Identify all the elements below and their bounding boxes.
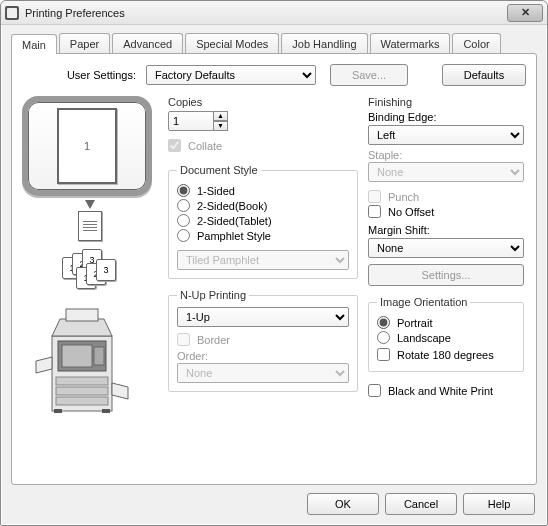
right-column: Finishing Binding Edge: Left Staple: Non…	[368, 96, 524, 433]
label-2-sided-tablet: 2-Sided(Tablet)	[197, 215, 272, 227]
content: Main Paper Advanced Special Modes Job Ha…	[1, 25, 547, 525]
radio-portrait[interactable]	[377, 316, 390, 329]
label-landscape: Landscape	[397, 332, 451, 344]
tab-job-handling[interactable]: Job Handling	[281, 33, 367, 53]
collate-illustration: 1 2 3 1 2 3	[62, 249, 116, 285]
document-style-legend: Document Style	[177, 164, 261, 176]
settings-button[interactable]: Settings...	[368, 264, 524, 286]
nup-select[interactable]: 1-Up	[177, 307, 349, 327]
user-settings-label: User Settings:	[22, 69, 140, 81]
tab-watermarks[interactable]: Watermarks	[370, 33, 451, 53]
staple-select: None	[368, 162, 524, 182]
preview-box: 1	[22, 96, 152, 196]
order-label: Order:	[177, 350, 349, 362]
margin-shift-label: Margin Shift:	[368, 224, 524, 236]
svg-rect-6	[94, 347, 104, 365]
defaults-button[interactable]: Defaults	[442, 64, 526, 86]
radio-2-sided-book[interactable]	[177, 199, 190, 212]
tab-main[interactable]: Main	[11, 34, 57, 54]
label-portrait: Portrait	[397, 317, 432, 329]
svg-marker-9	[36, 357, 52, 373]
cancel-button[interactable]: Cancel	[385, 493, 457, 515]
columns: 1 1 2 3 1 2 3	[22, 96, 526, 433]
main-panel: User Settings: Factory Defaults Save... …	[11, 53, 537, 485]
help-button[interactable]: Help	[463, 493, 535, 515]
svg-rect-2	[56, 387, 108, 395]
pamphlet-select: Tiled Pamphlet	[177, 250, 349, 270]
footer-buttons: OK Cancel Help	[307, 493, 535, 515]
label-2-sided-book: 2-Sided(Book)	[197, 200, 267, 212]
no-offset-checkbox[interactable]	[368, 205, 381, 218]
save-button[interactable]: Save...	[330, 64, 408, 86]
preview-page-number: 1	[84, 140, 90, 152]
close-button[interactable]: ✕	[507, 4, 543, 22]
copies-spinner[interactable]: ▲▼	[168, 111, 228, 131]
nup-group: N-Up Printing 1-Up Border Order: None	[168, 289, 358, 392]
rotate-label: Rotate 180 degrees	[397, 349, 494, 361]
titlebar: Printing Preferences ✕	[1, 1, 547, 25]
preview-column: 1 1 2 3 1 2 3	[22, 96, 158, 433]
punch-checkbox	[368, 190, 381, 203]
tab-special-modes[interactable]: Special Modes	[185, 33, 279, 53]
svg-rect-12	[102, 409, 110, 413]
radio-landscape[interactable]	[377, 331, 390, 344]
spin-down-icon[interactable]: ▼	[213, 121, 228, 131]
binding-edge-select[interactable]: Left	[368, 125, 524, 145]
svg-rect-5	[62, 345, 92, 367]
no-offset-label: No Offset	[388, 206, 434, 218]
bw-row: Black and White Print	[368, 384, 524, 397]
arrow-down-icon	[85, 200, 95, 209]
copies-label: Copies	[168, 96, 358, 108]
collate-row: Collate	[168, 139, 358, 152]
collate-checkbox	[168, 139, 181, 152]
label-1-sided: 1-Sided	[197, 185, 235, 197]
border-checkbox	[177, 333, 190, 346]
collate-label: Collate	[188, 140, 222, 152]
middle-column: Copies ▲▼ Collate Document Style 1-Sided	[168, 96, 358, 433]
svg-rect-11	[54, 409, 62, 413]
image-orientation-legend: Image Orientation	[377, 296, 470, 308]
svg-rect-1	[56, 377, 108, 385]
printer-icon	[5, 6, 19, 20]
user-settings-select[interactable]: Factory Defaults	[146, 65, 316, 85]
window-title: Printing Preferences	[25, 7, 507, 19]
preview-page: 1	[57, 108, 117, 184]
copies-input[interactable]	[168, 111, 214, 131]
svg-rect-8	[66, 309, 98, 321]
tab-strip: Main Paper Advanced Special Modes Job Ha…	[11, 33, 537, 53]
ok-button[interactable]: OK	[307, 493, 379, 515]
margin-shift-select[interactable]: None	[368, 238, 524, 258]
radio-2-sided-tablet[interactable]	[177, 214, 190, 227]
tab-paper[interactable]: Paper	[59, 33, 110, 53]
printer-illustration	[22, 291, 142, 431]
finishing-group: Finishing Binding Edge: Left Staple: Non…	[368, 96, 524, 286]
binding-edge-label: Binding Edge:	[368, 111, 524, 123]
radio-pamphlet[interactable]	[177, 229, 190, 242]
svg-rect-3	[56, 397, 108, 405]
order-select: None	[177, 363, 349, 383]
bw-checkbox[interactable]	[368, 384, 381, 397]
bw-label: Black and White Print	[388, 385, 493, 397]
close-icon: ✕	[521, 6, 530, 19]
spin-buttons[interactable]: ▲▼	[213, 111, 228, 131]
nup-legend: N-Up Printing	[177, 289, 249, 301]
finishing-label: Finishing	[368, 96, 524, 108]
document-style-group: Document Style 1-Sided 2-Sided(Book) 2-S…	[168, 164, 358, 279]
rotate-checkbox[interactable]	[377, 348, 390, 361]
radio-1-sided[interactable]	[177, 184, 190, 197]
label-pamphlet: Pamphlet Style	[197, 230, 271, 242]
spin-up-icon[interactable]: ▲	[213, 111, 228, 121]
punch-label: Punch	[388, 191, 419, 203]
image-orientation-group: Image Orientation Portrait Landscape Rot…	[368, 296, 524, 372]
tab-advanced[interactable]: Advanced	[112, 33, 183, 53]
tab-color[interactable]: Color	[452, 33, 500, 53]
staple-label: Staple:	[368, 149, 524, 161]
output-page-icon	[78, 211, 102, 241]
svg-marker-10	[112, 383, 128, 399]
copies-group: Copies ▲▼ Collate	[168, 96, 358, 154]
window: Printing Preferences ✕ Main Paper Advanc…	[0, 0, 548, 526]
border-label: Border	[197, 334, 230, 346]
user-settings-row: User Settings: Factory Defaults Save... …	[22, 64, 526, 86]
svg-marker-7	[52, 319, 112, 336]
